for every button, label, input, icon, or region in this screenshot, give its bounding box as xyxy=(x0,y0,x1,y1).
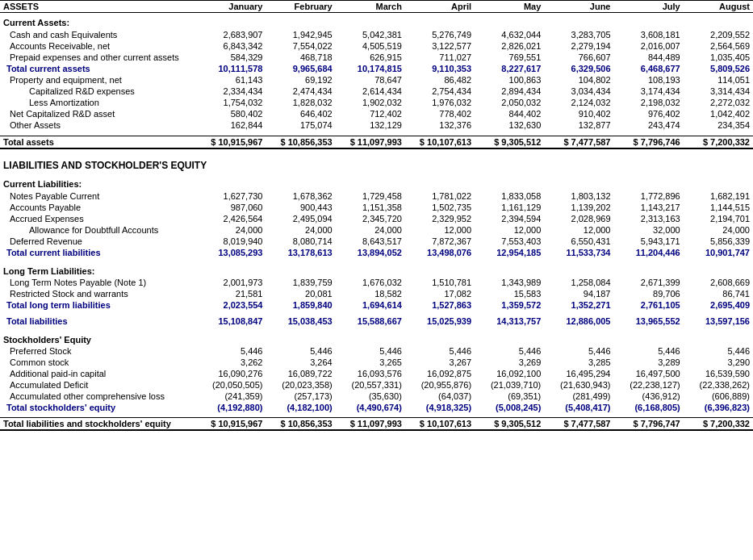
ar-row: Accounts Receivable, net 6,843,342 7,554… xyxy=(0,40,753,52)
common-label: Common stock xyxy=(0,357,196,368)
cash-row: Cash and cash Equivalents 2,683,907 1,94… xyxy=(0,29,753,40)
other-assets-row: Other Assets 162,844 175,074 132,129 132… xyxy=(0,119,753,131)
other-assets-label: Other Assets xyxy=(0,119,196,131)
total-equity-label: Total stockholders' equity xyxy=(0,402,196,413)
deferred-rev-label: Deferred Revenue xyxy=(0,236,196,247)
long-term-header: Long Term Liabilities: xyxy=(0,263,753,277)
allowance-label: Allowance for Doubtfull Accounts xyxy=(0,224,196,236)
accrued-label: Accrued Expenses xyxy=(0,213,196,224)
ppe-row: Property and equipment, net 61,143 69,19… xyxy=(0,74,753,86)
restricted-row: Restricted Stock and warrants 21,581 20,… xyxy=(0,288,753,299)
cash-apr: 5,276,749 xyxy=(405,29,475,40)
accum-deficit-row: Accumulated Deficit (20,050,505) (20,023… xyxy=(0,379,753,391)
prepaid-row: Prepaid expenses and other current asset… xyxy=(0,52,753,63)
total-current-liab-row: Total current liabilities 13,085,293 13,… xyxy=(0,247,753,258)
total-equity-row: Total stockholders' equity (4,192,880) (… xyxy=(0,402,753,413)
total-liab-row: Total liabilities 15,108,847 15,038,453 … xyxy=(0,316,753,327)
total-assets-row: Total assets $ 10,915,967 $ 10,856,353 $… xyxy=(0,136,753,148)
net-cap-label: Net Capitalized R&D asset xyxy=(0,108,196,119)
preferred-label: Preferred Stock xyxy=(0,345,196,357)
equity-header: Stockholders' Equity xyxy=(0,332,753,345)
liabilities-header: LIABILITIES AND STOCKHOLDER'S EQUITY xyxy=(0,153,753,174)
ppe-label: Property and equipment, net xyxy=(0,74,196,86)
lt-notes-row: Long Term Notes Payable (Note 1) 2,001,9… xyxy=(0,277,753,288)
april-col-header: April xyxy=(405,1,475,13)
net-cap-row: Net Capitalized R&D asset 580,402 646,40… xyxy=(0,108,753,119)
total-current-assets-row: Total current assets 10,111,578 9,965,68… xyxy=(0,63,753,74)
ap-label: Accounts Payable xyxy=(0,202,196,213)
allowance-row: Allowance for Doubtfull Accounts 24,000 … xyxy=(0,224,753,236)
ap-row: Accounts Payable 987,060 900,443 1,151,3… xyxy=(0,202,753,213)
assets-col-header: ASSETS xyxy=(0,1,196,13)
total-current-liab-label: Total current liabilities xyxy=(0,247,196,258)
cash-feb: 1,942,945 xyxy=(266,29,335,40)
lt-notes-label: Long Term Notes Payable (Note 1) xyxy=(0,277,196,288)
current-assets-header: Current Assets: xyxy=(0,13,753,30)
preferred-row: Preferred Stock 5,446 5,446 5,446 5,446 … xyxy=(0,345,753,357)
common-row: Common stock 3,262 3,264 3,265 3,267 3,2… xyxy=(0,357,753,368)
total-assets-label: Total assets xyxy=(0,136,196,148)
apic-row: Additional paid-in capital 16,090,276 16… xyxy=(0,368,753,379)
july-col-header: July xyxy=(614,1,684,13)
notes-payable-label: Notes Payable Current xyxy=(0,190,196,202)
total-lt-liab-row: Total long term liabilities 2,023,554 1,… xyxy=(0,299,753,311)
cash-aug: 2,209,552 xyxy=(684,29,753,40)
accrued-row: Accrued Expenses 2,426,564 2,495,094 2,3… xyxy=(0,213,753,224)
cash-label: Cash and cash Equivalents xyxy=(0,29,196,40)
cash-jun: 3,283,705 xyxy=(544,29,613,40)
february-col-header: February xyxy=(266,1,335,13)
august-col-header: August xyxy=(684,1,753,13)
less-amort-label: Less Amortization xyxy=(0,97,196,108)
apic-label: Additional paid-in capital xyxy=(0,368,196,379)
ar-label: Accounts Receivable, net xyxy=(0,40,196,52)
total-liab-equity-label: Total liabilities and stockholders' equi… xyxy=(0,418,196,431)
total-liab-equity-row: Total liabilities and stockholders' equi… xyxy=(0,418,753,431)
march-col-header: March xyxy=(336,1,405,13)
cash-jan: 2,683,907 xyxy=(196,29,266,40)
current-liab-header: Current Liabilities: xyxy=(0,174,753,190)
restricted-label: Restricted Stock and warrants xyxy=(0,288,196,299)
cap-rd-row: Capitalized R&D expenses 2,334,434 2,474… xyxy=(0,86,753,97)
total-lt-liab-label: Total long term liabilities xyxy=(0,299,196,311)
june-col-header: June xyxy=(544,1,613,13)
total-liab-label: Total liabilities xyxy=(0,316,196,327)
column-headers: ASSETS January February March April May … xyxy=(0,1,753,13)
accum-oci-label: Accumulated other comprehensive loss xyxy=(0,391,196,402)
less-amort-row: Less Amortization 1,754,032 1,828,032 1,… xyxy=(0,97,753,108)
accum-deficit-label: Accumulated Deficit xyxy=(0,379,196,391)
cash-may: 4,632,044 xyxy=(475,29,544,40)
cash-mar: 5,042,381 xyxy=(336,29,405,40)
prepaid-label: Prepaid expenses and other current asset… xyxy=(0,52,196,63)
cap-rd-label: Capitalized R&D expenses xyxy=(0,86,196,97)
accum-oci-row: Accumulated other comprehensive loss (24… xyxy=(0,391,753,402)
cash-jul: 3,608,181 xyxy=(614,29,684,40)
january-col-header: January xyxy=(196,1,266,13)
total-current-assets-label: Total current assets xyxy=(0,63,196,74)
may-col-header: May xyxy=(475,1,544,13)
notes-payable-row: Notes Payable Current 1,627,730 1,678,36… xyxy=(0,190,753,202)
deferred-rev-row: Deferred Revenue 8,019,940 8,080,714 8,6… xyxy=(0,236,753,247)
